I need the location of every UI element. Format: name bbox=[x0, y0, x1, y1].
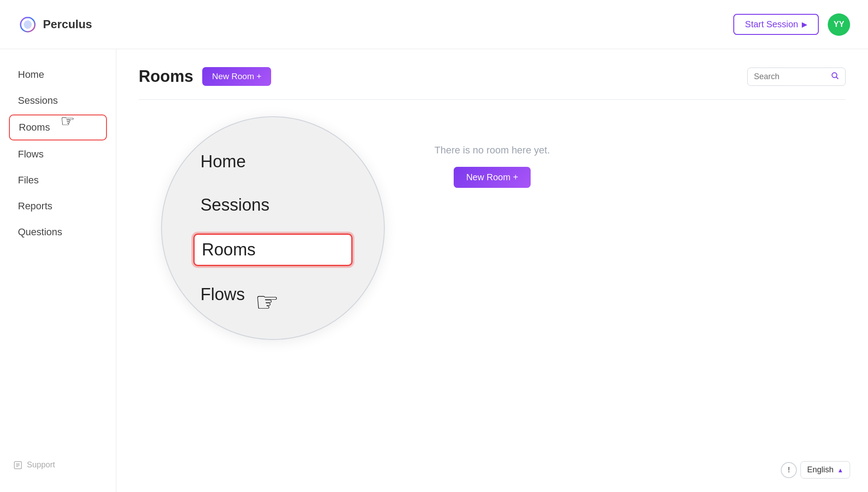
sidebar-item-questions[interactable]: Questions bbox=[9, 220, 107, 244]
sidebar-item-flows[interactable]: Flows bbox=[9, 142, 107, 166]
magnify-item-flows[interactable]: Flows bbox=[193, 280, 353, 310]
content-header: Rooms New Room + bbox=[139, 67, 846, 86]
sidebar-item-rooms[interactable]: Rooms bbox=[9, 115, 107, 140]
footer-language-area: ! English ▲ bbox=[781, 461, 850, 479]
search-input[interactable] bbox=[754, 72, 827, 81]
support-icon bbox=[13, 461, 22, 470]
chevron-up-icon: ▲ bbox=[837, 467, 843, 474]
page-title: Rooms bbox=[139, 67, 193, 86]
play-icon: ▶ bbox=[802, 20, 807, 29]
new-room-center-button[interactable]: New Room + bbox=[454, 167, 531, 188]
content-divider bbox=[139, 99, 846, 100]
sidebar-item-files[interactable]: Files bbox=[9, 168, 107, 192]
magnify-item-rooms[interactable]: Rooms bbox=[193, 233, 353, 266]
svg-line-6 bbox=[837, 77, 838, 79]
start-session-button[interactable]: Start Session ▶ bbox=[733, 14, 819, 35]
perculus-logo-icon bbox=[18, 15, 38, 34]
logo-text: Perculus bbox=[43, 17, 92, 31]
user-avatar[interactable]: YY bbox=[828, 13, 850, 36]
search-box[interactable] bbox=[747, 68, 846, 86]
new-room-header-button[interactable]: New Room + bbox=[202, 67, 271, 86]
empty-message: There is no room here yet. bbox=[434, 144, 550, 156]
sidebar: Home Sessions Rooms Flows Files Reports … bbox=[0, 49, 116, 492]
svg-point-5 bbox=[832, 72, 837, 77]
support-link[interactable]: Support bbox=[0, 451, 116, 479]
app-header: Perculus Start Session ▶ YY bbox=[0, 0, 868, 49]
language-selector[interactable]: English ▲ bbox=[800, 461, 850, 479]
info-button[interactable]: ! bbox=[781, 462, 797, 478]
start-session-label: Start Session bbox=[745, 19, 798, 30]
sidebar-nav: Home Sessions Rooms Flows Files Reports … bbox=[0, 63, 116, 244]
logo-area: Perculus bbox=[18, 15, 92, 34]
language-label: English bbox=[807, 465, 834, 475]
content-title-area: Rooms New Room + bbox=[139, 67, 271, 86]
magnify-item-sessions[interactable]: Sessions bbox=[193, 190, 353, 220]
magnify-item-home[interactable]: Home bbox=[193, 147, 353, 177]
sidebar-item-home[interactable]: Home bbox=[9, 63, 107, 87]
support-label: Support bbox=[27, 460, 55, 470]
sidebar-item-reports[interactable]: Reports bbox=[9, 194, 107, 218]
search-icon bbox=[831, 72, 839, 82]
content-area: Rooms New Room + There is no room here y… bbox=[116, 49, 868, 492]
header-right: Start Session ▶ YY bbox=[733, 13, 850, 36]
main-layout: Home Sessions Rooms Flows Files Reports … bbox=[0, 49, 868, 492]
magnify-overlay: Home Sessions Rooms Flows bbox=[161, 116, 385, 340]
sidebar-item-sessions[interactable]: Sessions bbox=[9, 89, 107, 113]
